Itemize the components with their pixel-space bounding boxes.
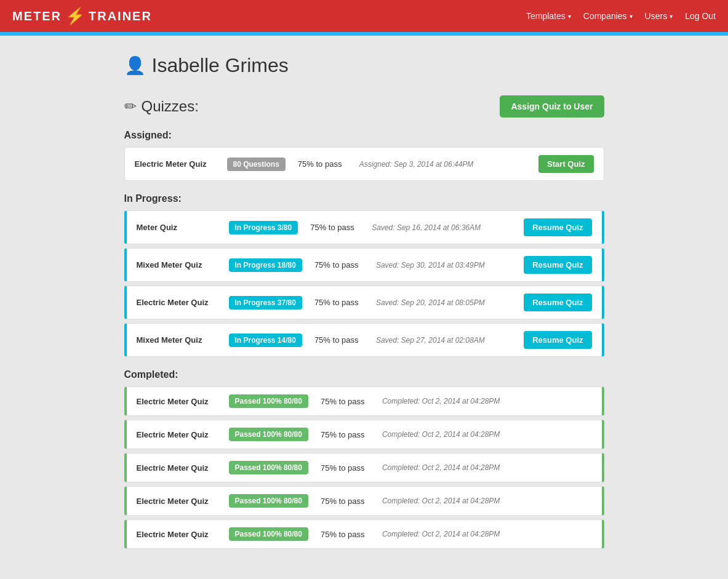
quiz-date: Completed: Oct 2, 2014 at 04:28PM (382, 463, 592, 472)
nav-users[interactable]: Users ▾ (645, 11, 673, 21)
resume-quiz-button[interactable]: Resume Quiz (524, 256, 591, 274)
table-row: Meter Quiz In Progress 3/80 75% to pass … (124, 210, 604, 244)
status-badge: In Progress 18/80 (229, 258, 302, 272)
quiz-date: Completed: Oct 2, 2014 at 04:28PM (382, 397, 592, 405)
assigned-section-label: Assigned: (124, 130, 604, 141)
quiz-badge: In Progress 3/80 (229, 221, 298, 234)
quiz-badge: In Progress 37/80 (229, 296, 302, 309)
resume-quiz-button[interactable]: Resume Quiz (524, 218, 591, 236)
table-row: Electric Meter Quiz Passed 100% 80/80 75… (124, 453, 604, 482)
table-row: Electric Meter Quiz Passed 100% 80/80 75… (124, 519, 604, 549)
quizzes-title: ✏ Quizzes: (124, 98, 199, 115)
nav-logout[interactable]: Log Out (685, 11, 716, 21)
quiz-pass-rate: 75% to pass (310, 223, 372, 232)
status-badge: Passed 100% 80/80 (229, 527, 308, 541)
quiz-badge: Passed 100% 80/80 (229, 527, 308, 541)
quiz-date: Saved: Sep 27, 2014 at 02:08AM (376, 336, 524, 345)
quiz-action: Resume Quiz (524, 331, 591, 349)
status-badge: Passed 100% 80/80 (229, 394, 308, 408)
quiz-pass-rate: 75% to pass (321, 463, 382, 473)
in-progress-quizzes-list: Meter Quiz In Progress 3/80 75% to pass … (124, 210, 604, 357)
quiz-name: Mixed Meter Quiz (137, 260, 229, 270)
status-badge: In Progress 37/80 (229, 296, 302, 309)
quiz-name: Electric Meter Quiz (137, 298, 229, 307)
quiz-name: Electric Meter Quiz (137, 463, 229, 473)
quizzes-header: ✏ Quizzes: Assign Quiz to User (124, 95, 604, 118)
quiz-name: Electric Meter Quiz (135, 159, 227, 169)
table-row: Electric Meter Quiz 80 Questions 75% to … (124, 147, 604, 181)
quiz-pass-rate: 75% to pass (321, 497, 382, 506)
chevron-down-icon: ▾ (630, 13, 633, 20)
table-row: Mixed Meter Quiz In Progress 18/80 75% t… (124, 248, 604, 282)
logo-text-right: TRAINER (89, 9, 152, 23)
status-badge: In Progress 14/80 (229, 333, 302, 347)
quiz-action: Start Quiz (538, 155, 593, 173)
quiz-badge: Passed 100% 80/80 (229, 428, 308, 441)
quiz-date: Completed: Oct 2, 2014 at 04:28PM (382, 430, 592, 439)
main-content: 👤 Isabelle Grimes ✏ Quizzes: Assign Quiz… (112, 36, 617, 571)
quiz-name: Electric Meter Quiz (137, 530, 229, 539)
user-icon: 👤 (124, 55, 146, 76)
logo-text-left: METER (12, 9, 62, 23)
table-row: Electric Meter Quiz In Progress 37/80 75… (124, 286, 604, 319)
in-progress-section-label: In Progress: (124, 193, 604, 204)
table-row: Electric Meter Quiz Passed 100% 80/80 75… (124, 386, 604, 416)
nav-templates[interactable]: Templates ▾ (526, 11, 571, 21)
app-header: METER ⚡ TRAINER Templates ▾ Companies ▾ … (0, 0, 728, 32)
quiz-action: Resume Quiz (524, 218, 591, 236)
chevron-down-icon: ▾ (568, 13, 571, 20)
quiz-badge: In Progress 18/80 (229, 258, 302, 272)
quiz-badge: Passed 100% 80/80 (229, 461, 308, 474)
table-row: Mixed Meter Quiz In Progress 14/80 75% t… (124, 323, 604, 357)
assign-quiz-button[interactable]: Assign Quiz to User (500, 95, 604, 118)
assigned-quizzes-list: Electric Meter Quiz 80 Questions 75% to … (124, 147, 604, 181)
completed-section-label: Completed: (124, 369, 604, 380)
quiz-pass-rate: 75% to pass (314, 260, 376, 270)
quiz-pass-rate: 75% to pass (298, 159, 359, 169)
quiz-date: Saved: Sep 30, 2014 at 03:49PM (376, 261, 524, 270)
logo: METER ⚡ TRAINER (12, 7, 152, 26)
quiz-action: Resume Quiz (524, 293, 591, 311)
start-quiz-button[interactable]: Start Quiz (538, 155, 593, 173)
quiz-date: Saved: Sep 20, 2014 at 08:05PM (376, 298, 524, 307)
quiz-badge: In Progress 14/80 (229, 333, 302, 347)
page-title: 👤 Isabelle Grimes (124, 54, 604, 77)
quiz-action: Resume Quiz (524, 256, 591, 274)
pencil-icon: ✏ (124, 98, 137, 115)
quiz-name: Electric Meter Quiz (137, 497, 229, 506)
quiz-badge: Passed 100% 80/80 (229, 494, 308, 508)
nav-companies[interactable]: Companies ▾ (583, 11, 633, 21)
main-nav: Templates ▾ Companies ▾ Users ▾ Log Out (526, 11, 716, 21)
quiz-name: Electric Meter Quiz (137, 397, 229, 406)
completed-quizzes-list: Electric Meter Quiz Passed 100% 80/80 75… (124, 386, 604, 549)
quiz-badge: Passed 100% 80/80 (229, 394, 308, 408)
status-badge: 80 Questions (227, 158, 286, 171)
status-badge: In Progress 3/80 (229, 221, 298, 234)
resume-quiz-button[interactable]: Resume Quiz (524, 293, 591, 311)
quiz-date: Saved: Sep 16, 2014 at 06:36AM (372, 223, 524, 232)
status-badge: Passed 100% 80/80 (229, 494, 308, 508)
quiz-pass-rate: 75% to pass (314, 335, 376, 345)
quiz-date: Assigned: Sep 3, 2014 at 06:44PM (359, 160, 538, 169)
status-badge: Passed 100% 80/80 (229, 461, 308, 474)
table-row: Electric Meter Quiz Passed 100% 80/80 75… (124, 420, 604, 449)
quiz-date: Completed: Oct 2, 2014 at 04:28PM (382, 497, 592, 505)
quiz-pass-rate: 75% to pass (321, 430, 382, 439)
quiz-name: Electric Meter Quiz (137, 430, 229, 439)
quiz-pass-rate: 75% to pass (321, 530, 382, 539)
quiz-pass-rate: 75% to pass (321, 397, 382, 406)
lightning-bolt-icon: ⚡ (65, 7, 85, 26)
resume-quiz-button[interactable]: Resume Quiz (524, 331, 591, 349)
quiz-name: Mixed Meter Quiz (137, 335, 229, 345)
quiz-pass-rate: 75% to pass (314, 298, 376, 307)
table-row: Electric Meter Quiz Passed 100% 80/80 75… (124, 486, 604, 516)
quiz-name: Meter Quiz (137, 223, 229, 232)
quiz-badge: 80 Questions (227, 158, 286, 171)
status-badge: Passed 100% 80/80 (229, 428, 308, 441)
chevron-down-icon: ▾ (670, 13, 673, 20)
quiz-date: Completed: Oct 2, 2014 at 04:28PM (382, 530, 592, 538)
